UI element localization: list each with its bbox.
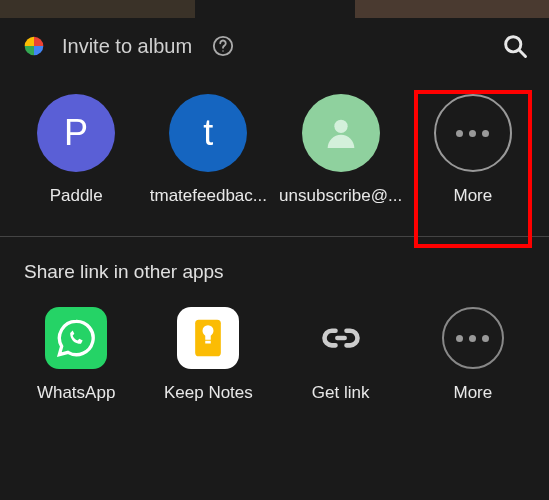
- link-icon: [310, 307, 372, 369]
- whatsapp-icon: [45, 307, 107, 369]
- svg-point-4: [334, 120, 347, 133]
- app-label: Get link: [312, 383, 370, 403]
- contact-tmatefeedback[interactable]: t tmatefeedbac...: [143, 94, 273, 206]
- avatar: t: [169, 94, 247, 172]
- app-keep-notes[interactable]: Keep Notes: [143, 307, 273, 403]
- contact-unsubscribe[interactable]: unsubscribe@...: [276, 94, 406, 206]
- svg-point-1: [222, 50, 223, 51]
- header-title: Invite to album: [62, 35, 192, 58]
- search-icon[interactable]: [501, 32, 529, 60]
- app-get-link[interactable]: Get link: [276, 307, 406, 403]
- more-dots-icon: [456, 130, 489, 137]
- contact-label: unsubscribe@...: [279, 186, 402, 206]
- google-photos-icon: [20, 32, 48, 60]
- contacts-row: P Paddle t tmatefeedbac... unsubscribe@.…: [0, 74, 549, 236]
- app-whatsapp[interactable]: WhatsApp: [11, 307, 141, 403]
- share-header: Invite to album: [0, 18, 549, 74]
- app-more[interactable]: More: [408, 307, 538, 403]
- keep-notes-icon: [177, 307, 239, 369]
- thumbnail-strip: [0, 0, 549, 18]
- photo-thumbnail[interactable]: [0, 0, 195, 18]
- avatar: [302, 94, 380, 172]
- contact-paddle[interactable]: P Paddle: [11, 94, 141, 206]
- app-label: Keep Notes: [164, 383, 253, 403]
- more-avatar: [434, 94, 512, 172]
- contact-label: More: [454, 186, 493, 206]
- apps-row: WhatsApp Keep Notes Get link More: [0, 293, 549, 423]
- more-dots-icon: [456, 335, 489, 342]
- help-icon[interactable]: [212, 35, 234, 57]
- svg-line-3: [519, 50, 525, 56]
- app-label: WhatsApp: [37, 383, 115, 403]
- photo-thumbnail[interactable]: [355, 0, 550, 18]
- share-section-title: Share link in other apps: [0, 237, 549, 293]
- contact-label: tmatefeedbac...: [150, 186, 267, 206]
- contact-label: Paddle: [50, 186, 103, 206]
- contact-more[interactable]: More: [408, 94, 538, 206]
- more-icon: [442, 307, 504, 369]
- app-label: More: [454, 383, 493, 403]
- svg-rect-6: [206, 341, 212, 344]
- avatar: P: [37, 94, 115, 172]
- person-icon: [321, 113, 361, 153]
